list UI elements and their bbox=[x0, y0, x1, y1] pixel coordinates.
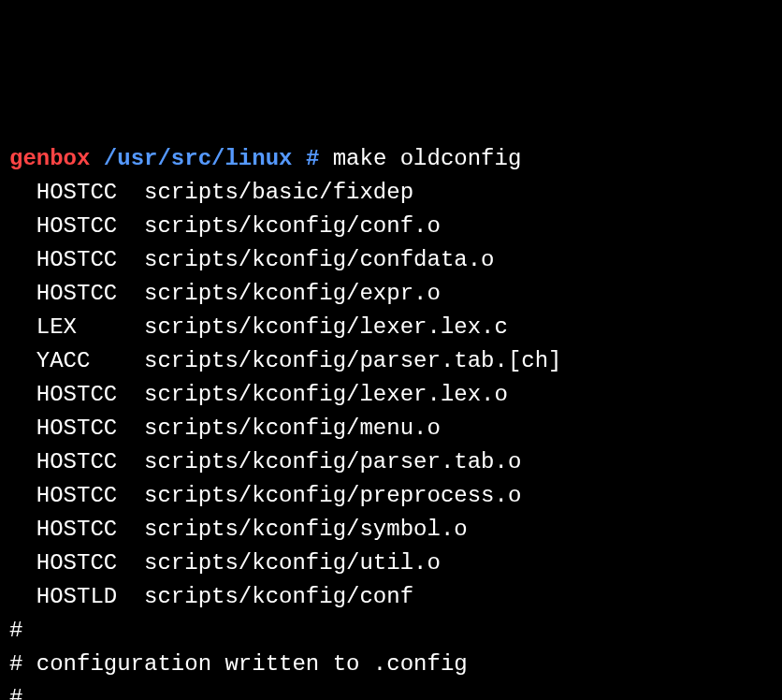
prompt-hash: # bbox=[306, 146, 319, 171]
build-line: HOSTCC scripts/kconfig/symbol.o bbox=[9, 513, 773, 547]
build-line: HOSTLD scripts/kconfig/conf bbox=[9, 580, 773, 614]
current-path: /usr/src/linux bbox=[104, 146, 293, 171]
command-text: make oldconfig bbox=[333, 146, 522, 171]
prompt-line: genbox /usr/src/linux # make oldconfig bbox=[9, 142, 773, 176]
build-line: HOSTCC scripts/kconfig/menu.o bbox=[9, 412, 773, 445]
build-line: HOSTCC scripts/kconfig/conf.o bbox=[9, 210, 773, 243]
build-line: YACC scripts/kconfig/parser.tab.[ch] bbox=[9, 344, 773, 378]
build-line: HOSTCC scripts/kconfig/util.o bbox=[9, 547, 773, 580]
build-line: HOSTCC scripts/kconfig/lexer.lex.o bbox=[9, 378, 773, 412]
build-line: HOSTCC scripts/kconfig/preprocess.o bbox=[9, 479, 773, 513]
hostname: genbox bbox=[9, 146, 90, 171]
build-line: HOSTCC scripts/kconfig/confdata.o bbox=[9, 243, 773, 277]
build-line: LEX scripts/kconfig/lexer.lex.c bbox=[9, 311, 773, 344]
footer-line-1: # bbox=[9, 614, 773, 648]
build-line: HOSTCC scripts/kconfig/expr.o bbox=[9, 277, 773, 311]
build-line: HOSTCC scripts/basic/fixdep bbox=[9, 176, 773, 210]
terminal-output: genbox /usr/src/linux # make oldconfig H… bbox=[9, 142, 773, 700]
footer-line-2: # configuration written to .config bbox=[9, 648, 773, 681]
footer-line-3: # bbox=[9, 681, 773, 700]
build-output: HOSTCC scripts/basic/fixdep HOSTCC scrip… bbox=[9, 176, 773, 614]
build-line: HOSTCC scripts/kconfig/parser.tab.o bbox=[9, 445, 773, 479]
